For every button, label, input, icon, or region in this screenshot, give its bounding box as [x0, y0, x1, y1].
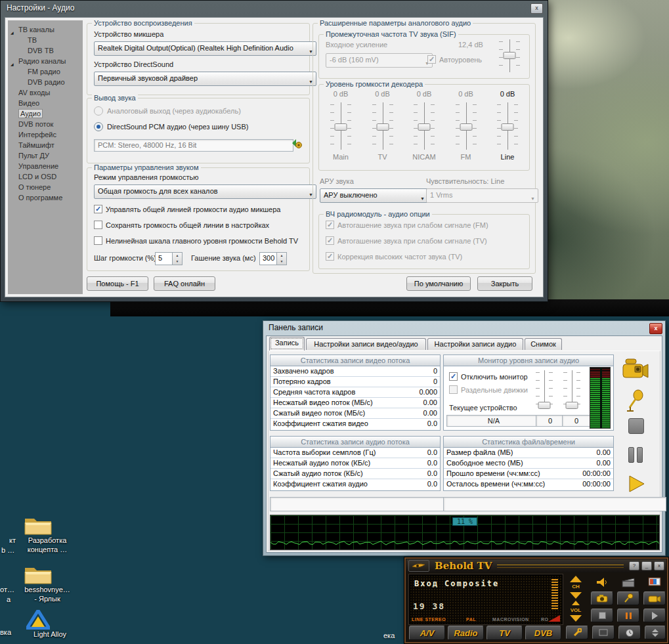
minimize-button[interactable]: _: [641, 561, 652, 570]
slider-name: NICAM: [405, 153, 443, 161]
sidebar-item-интерфейс[interactable]: Интерфейс: [8, 129, 83, 140]
faq-button[interactable]: FAQ онлайн: [154, 276, 215, 291]
disable-monitor-checkbox[interactable]: ✓ Отключить монитор: [449, 372, 528, 381]
tab-3[interactable]: Снимок: [525, 338, 562, 350]
slider-thumb-icon[interactable]: [460, 123, 472, 131]
record-video-button[interactable]: [643, 591, 666, 605]
tab-2[interactable]: Настройки записи аудио: [427, 338, 523, 350]
decoder-slider-line: 0 dBLine: [488, 90, 527, 167]
slider-thumb-icon[interactable]: [418, 123, 431, 131]
save-volume-checkbox[interactable]: Сохранять громкость общей линии в настро…: [94, 221, 269, 229]
volume-up-button[interactable]: [572, 601, 580, 605]
slider-thumb-icon[interactable]: [538, 402, 551, 409]
eye-icon: [412, 562, 426, 570]
slider-thumb-icon[interactable]: [504, 52, 516, 59]
slider-thumb-icon[interactable]: [335, 123, 347, 131]
stop-button[interactable]: [628, 418, 644, 434]
record-video-button[interactable]: [620, 358, 649, 381]
recording-close-button[interactable]: x: [649, 323, 662, 334]
tab-record[interactable]: Запись: [269, 337, 305, 351]
sidebar-item-fm-радио[interactable]: FM радио: [8, 66, 83, 77]
desktop-icon-разработка[interactable]: [24, 515, 53, 538]
close-button[interactable]: Закрыть: [477, 276, 532, 291]
stop-button[interactable]: [591, 609, 613, 622]
settings-close-button[interactable]: x: [530, 3, 543, 14]
channel-up-button[interactable]: [570, 576, 582, 582]
slider-thumb-icon[interactable]: [502, 123, 514, 131]
volume-slider[interactable]: [454, 100, 478, 152]
mode-button-av[interactable]: A/V: [409, 626, 445, 640]
sidebar-item-тв[interactable]: ТВ: [8, 35, 83, 45]
help-button[interactable]: ?: [629, 561, 639, 570]
monitor-left-slider[interactable]: [534, 368, 554, 410]
desktop-icon-besshovnye-[interactable]: [24, 564, 53, 588]
volume-slider[interactable]: [412, 100, 436, 152]
pause-button[interactable]: [628, 447, 643, 462]
sidebar-item-управление[interactable]: Управление: [8, 161, 83, 171]
volume-down-button[interactable]: [570, 615, 582, 622]
sidebar-item-тв-каналы[interactable]: ◢ТВ каналы: [8, 24, 83, 35]
mixer-device-combobox[interactable]: Realtek Digital Output(Optical) (Realtek…: [94, 41, 316, 56]
slider-thumb-icon[interactable]: [566, 402, 578, 409]
sidebar-item-о-программе[interactable]: О программе: [8, 192, 83, 203]
sidebar-item-видео[interactable]: Видео: [8, 98, 83, 108]
volume-step-spinner[interactable]: 5 ▲▼: [155, 252, 183, 265]
sidebar-item-lcd-и-osd[interactable]: LCD и OSD: [8, 171, 83, 182]
scheduler-button[interactable]: [618, 626, 641, 639]
spinner-arrows-icon[interactable]: ▲▼: [276, 253, 286, 265]
slider-thumb-icon[interactable]: [376, 123, 389, 131]
sidebar-item-радио-каналы[interactable]: ◢Радио каналы: [8, 56, 83, 66]
mute-time-spinner[interactable]: 300 ▲▼: [259, 252, 287, 265]
checkbox-icon: ✓: [427, 55, 436, 64]
analog-output-radio[interactable]: Аналоговый выход (через аудиокабель): [94, 106, 241, 116]
sidebar-item-о-тюнере[interactable]: О тюнере: [8, 182, 83, 192]
agc-combobox[interactable]: АРУ выключено▼: [320, 188, 428, 203]
sidebar-item-av-входы[interactable]: AV входы: [8, 87, 83, 98]
sidebar-item-аудио[interactable]: Аудио: [8, 108, 83, 119]
sidebar-item-пульт-ду[interactable]: Пульт ДУ: [8, 150, 83, 161]
minimode-button[interactable]: [645, 626, 666, 639]
close-button[interactable]: x: [654, 561, 664, 570]
fm-mute-checkbox: ✓ Автогашение звука при слабом сигнале (…: [326, 221, 488, 229]
monitor-right-slider[interactable]: [562, 368, 582, 410]
mode-button-dvb[interactable]: DVB: [525, 626, 561, 640]
nonlinear-scale-checkbox[interactable]: Нелинейная шкала главного уровня громкос…: [94, 236, 298, 245]
snapshot-button[interactable]: [591, 591, 613, 605]
defaults-button[interactable]: По умолчанию: [406, 276, 471, 291]
spinner-arrows-icon[interactable]: ▲▼: [172, 253, 182, 265]
behold-titlebar[interactable]: Behold TV ? _ x: [406, 559, 666, 572]
help-button[interactable]: Помощь - F1: [87, 276, 148, 291]
video-source-button[interactable]: [618, 576, 638, 589]
recording-titlebar[interactable]: Панель записи: [263, 321, 665, 334]
desktop-icon-light-alloy[interactable]: [26, 610, 50, 632]
sif-level-slider[interactable]: [498, 37, 521, 74]
record-audio-button[interactable]: [617, 591, 639, 605]
volume-slider[interactable]: [329, 100, 353, 152]
pause-button[interactable]: [617, 609, 639, 622]
volume-button[interactable]: [592, 576, 612, 589]
osd-button[interactable]: [592, 626, 615, 639]
record-audio-button[interactable]: [626, 389, 645, 413]
audio-settings-gear-icon[interactable]: [291, 138, 303, 150]
sidebar-item-dvb-радио[interactable]: DVB радио: [8, 77, 83, 87]
settings-titlebar[interactable]: Настройки - Аудио: [1, 1, 548, 15]
tab-1[interactable]: Настройки записи видео/аудио: [306, 338, 426, 350]
table-row: Сжатый аудио поток (КБ/с)0.0: [270, 469, 440, 479]
directsound-device-combobox[interactable]: Первичный звуковой драйвер▼: [94, 72, 316, 86]
sidebar-item-таймшифт[interactable]: Таймшифт: [8, 140, 83, 150]
master-line-checkbox[interactable]: ✓ Управлять общей линией громкости аудио…: [94, 205, 280, 213]
channel-down-button[interactable]: [570, 592, 582, 599]
speaker-icon: [596, 577, 608, 588]
volume-slider[interactable]: [496, 100, 519, 152]
volume-mode-combobox[interactable]: Общая громкость для всех каналов▼: [94, 184, 316, 199]
display-mode-button[interactable]: [645, 576, 664, 589]
volume-slider[interactable]: [371, 100, 395, 152]
mode-button-tv[interactable]: TV: [486, 626, 523, 640]
settings-button[interactable]: [566, 626, 588, 639]
play-button[interactable]: [627, 475, 645, 493]
play-button[interactable]: [643, 609, 666, 622]
mode-button-radio[interactable]: Radio: [448, 626, 484, 640]
pcm-output-radio[interactable]: DirectSound PCM аудио (через шину USB): [94, 122, 248, 131]
sidebar-item-dvb-тв[interactable]: DVB ТВ: [8, 45, 83, 56]
sidebar-item-dvb-поток[interactable]: DVB поток: [8, 119, 83, 129]
